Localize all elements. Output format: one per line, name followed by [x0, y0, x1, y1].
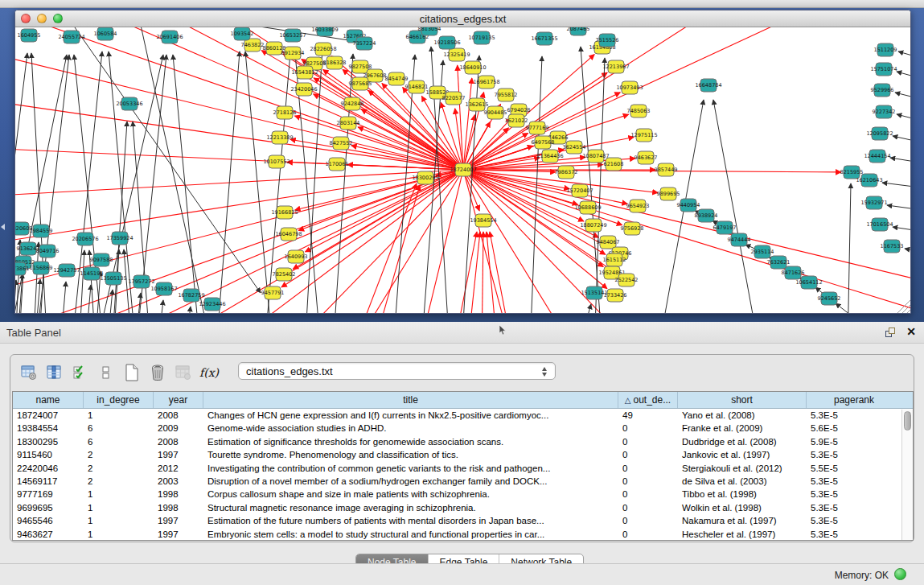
graph-node[interactable]: 15932971 [860, 196, 887, 209]
vertical-scrollbar[interactable] [901, 410, 913, 541]
graph-node[interactable]: 16648784 [695, 79, 721, 92]
table-row[interactable]: 946362711997Embryonic stem cells: a mode… [13, 528, 913, 541]
table-row[interactable]: 969969511998Structural magnetic resonanc… [13, 501, 913, 514]
graph-node[interactable]: 9245652 [818, 292, 841, 305]
graph-node[interactable]: 9457791 [261, 286, 285, 299]
graph-node[interactable]: 12975115 [630, 129, 657, 142]
column-header-short[interactable]: short [678, 392, 807, 408]
graph-node[interactable]: 9474444 [728, 233, 751, 246]
graph-node[interactable]: 1170065 [326, 158, 349, 171]
graph-node[interactable]: 9440954 [677, 199, 700, 212]
graph-node[interactable]: 2718126 [273, 106, 297, 119]
graph-node[interactable]: 7825402 [273, 268, 296, 281]
graph-node[interactable]: 7515526 [596, 34, 619, 47]
select-columns-button[interactable] [44, 362, 65, 383]
new-table-button[interactable] [121, 362, 142, 383]
column-header-name[interactable]: name [13, 392, 84, 408]
graph-node[interactable]: 2803144 [337, 117, 360, 130]
column-header-year[interactable]: year [154, 392, 203, 408]
graph-node[interactable]: 12444154 [864, 150, 890, 163]
graph-node[interactable]: 19218506 [433, 36, 460, 49]
graph-node[interactable]: 12325419 [443, 48, 470, 61]
graph-node[interactable]: 1156869 [30, 262, 53, 274]
graph-node[interactable]: 2522542 [615, 274, 639, 286]
graph-node[interactable]: 10719135 [468, 31, 495, 44]
graph-node[interactable]: 9904485 [484, 106, 507, 119]
graph-node[interactable]: 9227342 [873, 105, 896, 118]
graph-node[interactable]: 9777169 [526, 122, 549, 134]
table-settings-button[interactable] [18, 362, 39, 383]
zoom-window-icon[interactable] [53, 14, 63, 23]
graph-node[interactable]: 20053346 [116, 97, 142, 110]
table-row[interactable]: 1938455462009Genome-wide association stu… [13, 422, 913, 435]
graph-node[interactable]: 8938924 [695, 209, 718, 222]
graph-node[interactable]: 1167533 [881, 240, 904, 253]
graph-node[interactable]: 28226058 [310, 43, 336, 56]
column-header-title[interactable]: title [203, 392, 618, 408]
graph-node[interactable]: 8186328 [323, 56, 347, 69]
graph-node[interactable]: 7986372 [555, 166, 578, 179]
graph-node[interactable]: 20691406 [156, 31, 183, 43]
graph-node[interactable]: 19384554 [470, 214, 496, 227]
column-header-out-de-[interactable]: △out_de... [618, 392, 678, 408]
clear-selection-button[interactable] [96, 362, 117, 383]
graph-node[interactable]: 8912934 [281, 47, 305, 60]
graph-node[interactable]: 10107552 [263, 155, 290, 168]
graph-node[interactable]: 9146821 [405, 80, 429, 93]
graph-node[interactable]: 16671355 [531, 32, 557, 45]
table-row[interactable]: 1872400712008Changes of HCN gene express… [13, 409, 913, 422]
scrollbar-thumb[interactable] [904, 411, 911, 431]
graph-node[interactable]: 1621022 [505, 114, 528, 127]
graph-node[interactable]: 621608 [604, 158, 624, 171]
graph-node[interactable]: 10653257 [279, 29, 306, 42]
graph-node[interactable]: 9242848 [341, 97, 364, 110]
graph-node[interactable]: 8427552 [330, 137, 353, 150]
graph-node[interactable]: 7357224 [353, 37, 376, 50]
collapse-panel-arrow-icon[interactable] [1, 224, 5, 230]
graph-node[interactable]: 7955812 [495, 89, 518, 101]
graph-node[interactable]: 1604955 [18, 29, 41, 42]
graph-node[interactable]: 9097588 [90, 253, 113, 266]
graph-node[interactable]: 6497568 [532, 136, 555, 149]
graph-node[interactable]: 8049716 [36, 245, 60, 257]
graph-node[interactable]: 7485063 [627, 105, 651, 117]
graph-node[interactable]: 1060584 [94, 27, 117, 40]
minimize-window-icon[interactable] [37, 14, 47, 23]
column-header-pagerank[interactable]: pagerank [807, 392, 901, 408]
table-row[interactable]: 2242004622012Investigating the contribut… [13, 462, 913, 475]
graph-node[interactable]: 24055724 [58, 31, 84, 43]
graph-node[interactable]: 1640993 [285, 250, 308, 263]
network-graph[interactable]: 1872400718300295193845547463822886012889… [15, 27, 910, 314]
network-frame-titlebar[interactable]: citations_edges.txt [15, 10, 910, 27]
graph-node[interactable]: 9756928 [621, 222, 644, 235]
import-table-button[interactable] [173, 362, 194, 383]
graph-node[interactable]: 12213967 [602, 60, 629, 73]
graph-node[interactable]: 15751074 [870, 63, 897, 76]
close-panel-icon[interactable]: ✕ [906, 325, 916, 338]
graph-node[interactable]: 12942757 [53, 264, 80, 277]
graph-node[interactable]: 9463627 [634, 151, 658, 164]
graph-node[interactable]: 17359924 [106, 232, 133, 245]
memory-ok-indicator[interactable] [894, 568, 906, 580]
node-table[interactable]: namein_degreeyeartitle△out_de...shortpag… [12, 391, 914, 541]
graph-node[interactable]: 10688609 [574, 201, 601, 214]
graph-node[interactable]: 2087465 [567, 27, 590, 35]
column-header-in-degree[interactable]: in_degree [84, 392, 154, 408]
close-window-icon[interactable] [21, 14, 31, 23]
graph-node[interactable]: 2935114 [751, 245, 774, 258]
function-builder-button[interactable]: f(x) [199, 362, 220, 383]
float-panel-icon[interactable] [885, 328, 897, 338]
table-row[interactable]: 977716911998Corpus callosum shape and si… [13, 488, 913, 501]
graph-node[interactable]: 9857449 [655, 163, 678, 176]
graph-node[interactable]: 18640910 [459, 61, 486, 74]
graph-node[interactable]: 8220577 [442, 92, 466, 105]
graph-node[interactable]: 15720407 [566, 184, 593, 197]
graph-node[interactable]: 9654923 [626, 200, 650, 212]
network-canvas[interactable]: 1872400718300295193845547463822886012889… [15, 27, 910, 314]
graph-node[interactable]: 19166825 [271, 206, 298, 219]
graph-node[interactable]: 1093542 [231, 27, 254, 40]
graph-node[interactable]: 9529966 [871, 84, 894, 97]
table-row[interactable]: 911546021997Tourette syndrome. Phenomeno… [13, 448, 913, 461]
table-row[interactable]: 1456911722003Disruption of a novel membe… [13, 475, 913, 488]
graph-node[interactable]: 13505135 [100, 272, 126, 285]
